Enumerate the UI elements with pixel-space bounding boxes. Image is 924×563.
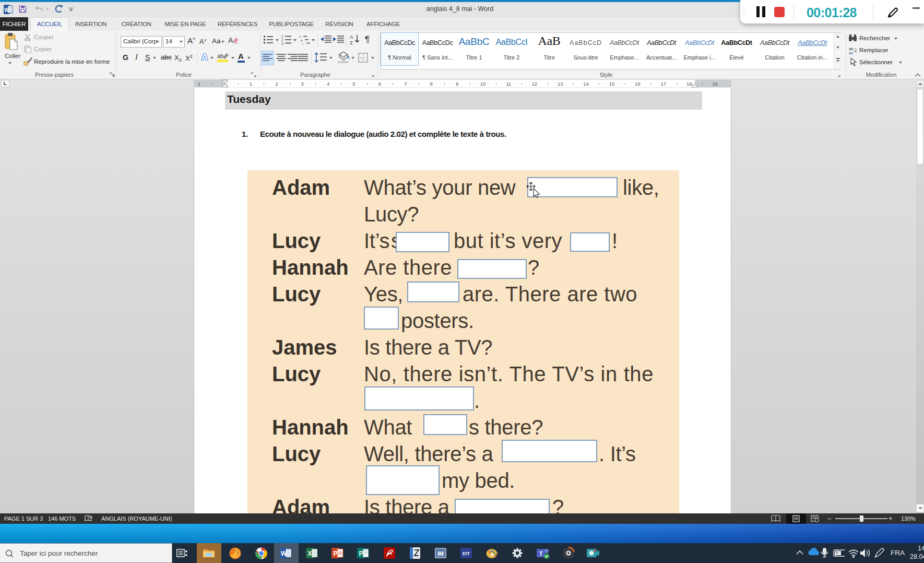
svg-text:A: A <box>350 34 353 40</box>
svg-text:ab: ab <box>217 53 223 59</box>
svg-text:a: a <box>301 39 303 42</box>
svg-text:ac: ac <box>849 51 853 54</box>
svg-text:1: 1 <box>281 34 283 38</box>
svg-text:3: 3 <box>281 42 283 45</box>
svg-text:i: i <box>302 42 303 45</box>
svg-text:EIT: EIT <box>463 551 470 556</box>
svg-text:P: P <box>359 550 363 557</box>
svg-text:IM: IM <box>437 550 444 557</box>
svg-text:W: W <box>281 550 287 557</box>
svg-text:A: A <box>228 36 233 44</box>
svg-text:T: T <box>539 550 543 557</box>
svg-text:X: X <box>307 550 312 557</box>
svg-text:Z: Z <box>350 40 353 45</box>
svg-text:P: P <box>333 550 337 557</box>
svg-text:W: W <box>4 7 9 13</box>
svg-text:1: 1 <box>299 35 301 38</box>
svg-text:2: 2 <box>281 38 283 42</box>
